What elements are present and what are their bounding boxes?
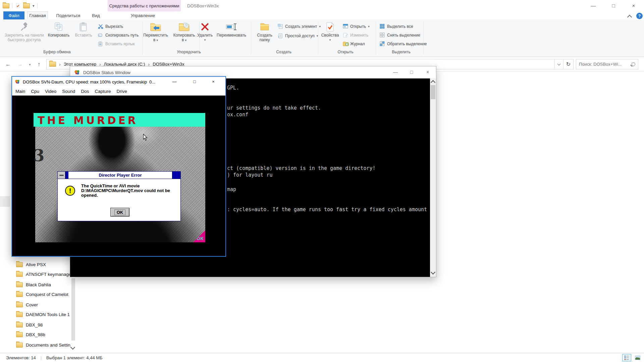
new-folder-icon — [260, 21, 270, 33]
recent-locations-arrow[interactable]: ▾ — [27, 60, 33, 69]
select-none-button[interactable]: Снять выделение — [380, 31, 420, 40]
move-to-button[interactable]: Переместить в ▾ — [141, 21, 170, 43]
context-tab-application-tools[interactable]: Средства работы с приложениями — [108, 0, 181, 11]
sidebar-scroll-down-chevron[interactable] — [71, 344, 74, 350]
up-button[interactable]: ↑ — [34, 60, 44, 69]
dosbox-game-window[interactable]: DOSBox SVN-Daum, CPU speed: max 100% cyc… — [11, 76, 226, 257]
details-view-button[interactable] — [622, 354, 631, 361]
edit-icon — [343, 33, 348, 38]
menu-main[interactable]: Main — [15, 89, 25, 94]
menu-video[interactable]: Video — [45, 89, 56, 94]
close-button[interactable]: × — [420, 66, 435, 78]
group-label-new: Создать — [276, 50, 291, 54]
paste-button[interactable]: Вставить — [72, 21, 95, 38]
dialog-message: The QuickTime or AVI movieD:\MAGICMPC\Mu… — [81, 184, 170, 198]
ok-button[interactable]: OK — [110, 208, 129, 217]
folder-icon — [16, 322, 23, 327]
refresh-button[interactable]: ↻ — [564, 59, 574, 69]
cut-button[interactable]: Вырезать — [98, 22, 123, 31]
close-button[interactable]: × — [625, 0, 642, 11]
select-all-button[interactable]: Выделить все — [380, 22, 413, 31]
minimize-button[interactable]: — — [585, 0, 602, 11]
divider — [37, 3, 38, 8]
maximize-button[interactable]: □ — [605, 0, 622, 11]
dosbox-app-icon — [15, 79, 20, 84]
edit-button[interactable]: Изменить — [343, 31, 368, 40]
tab-manage[interactable]: Управление — [126, 11, 160, 19]
history-button[interactable]: Журнал — [343, 40, 365, 48]
mouse-cursor — [143, 134, 148, 141]
invert-selection-button[interactable]: Обратить выделение — [380, 40, 427, 48]
folder-icon[interactable] — [3, 3, 9, 8]
maximize-button[interactable]: □ — [187, 77, 202, 86]
address-dropdown-arrow[interactable] — [555, 59, 564, 69]
copy-path-icon: \... — [98, 33, 103, 38]
background-digit: 3 — [33, 146, 44, 165]
new-folder-button[interactable]: Создать папку — [253, 21, 276, 42]
director-player-error-dialog[interactable]: Director Player Error ! The QuickTime or… — [57, 171, 181, 221]
menu-drive[interactable]: Drive — [116, 89, 127, 94]
properties-icon[interactable] — [15, 3, 20, 8]
menu-cpu[interactable]: Cpu — [31, 89, 39, 94]
thumbnail-view-button[interactable] — [633, 354, 642, 361]
easy-access-icon — [278, 33, 283, 39]
copy-to-button[interactable]: Копировать в ▾ — [171, 21, 197, 43]
dialog-titlebar[interactable]: Director Player Error — [58, 172, 180, 179]
properties-button[interactable]: Свойства ▾ — [319, 21, 341, 42]
divider — [251, 21, 251, 54]
customize-qat-arrow[interactable]: ▾ — [33, 4, 35, 8]
sidebar-item-conquest-of-camelot[interactable]: Conquest of Camelot — [0, 290, 77, 299]
collapse-ribbon-chevron[interactable] — [628, 14, 633, 18]
close-button[interactable]: × — [206, 77, 221, 86]
sidebar-item-daemon-tools[interactable]: DAEMON Tools Lite 1 — [0, 310, 77, 319]
sidebar-scrollbar[interactable] — [71, 278, 75, 341]
svg-text:\...: \... — [99, 34, 101, 37]
group-label-clipboard: Буфер обмена — [43, 50, 71, 54]
select-none-icon — [380, 33, 385, 38]
tab-view[interactable]: Вид — [89, 11, 103, 19]
sidebar-item-dbx-98[interactable]: DBX_98 — [0, 320, 77, 330]
sidebar-item-documents-and-settings[interactable]: Documents and Settin — [0, 340, 77, 350]
sidebar-item-dbx-98b[interactable]: DBX_98b — [0, 330, 77, 340]
menu-dos[interactable]: Dos — [81, 89, 89, 94]
control-menu-box[interactable] — [58, 172, 65, 179]
minimize-button[interactable]: — — [167, 77, 182, 86]
menu-capture[interactable]: Capture — [95, 89, 111, 94]
easy-access-button[interactable]: Простой доступ▾ — [278, 32, 318, 40]
forward-button[interactable]: → — [15, 60, 25, 69]
back-button[interactable]: ← — [3, 60, 13, 69]
sidebar-item-alive-psx[interactable]: Alive PSX — [0, 260, 77, 269]
console-line: map — [227, 186, 236, 192]
sidebar-item-atnsoft[interactable]: ATNSOFT keymanage — [0, 269, 77, 279]
sidebar-item-cover[interactable]: Cover — [0, 300, 77, 310]
copy-path-button[interactable]: \... Скопировать путь — [98, 31, 139, 40]
menu-sound[interactable]: Sound — [62, 89, 75, 94]
tab-share[interactable]: Поделиться — [53, 11, 84, 19]
folder-icon[interactable] — [23, 3, 30, 8]
move-to-icon — [150, 21, 161, 33]
divider — [318, 21, 318, 54]
open-button[interactable]: Открыть▾ — [343, 22, 370, 31]
status-window-title: DOSBox Status Window — [83, 70, 130, 75]
console-line: ur settings do not take effect. — [227, 105, 321, 111]
search-icon[interactable] — [632, 62, 635, 66]
folder-icon — [16, 262, 23, 267]
sidebar-item-black-dahlia[interactable]: Black Dahlia — [0, 280, 77, 290]
rename-button[interactable]: Переименовать — [215, 21, 248, 38]
pin-to-quick-access-button[interactable]: Закрепить на панели быстрого доступа — [4, 21, 44, 42]
game-ok-triangle[interactable]: OK — [193, 230, 205, 242]
help-icon[interactable]: ? — [636, 13, 643, 19]
scrollbar-thumb[interactable] — [431, 85, 435, 99]
history-icon — [343, 41, 348, 47]
copy-button[interactable]: Копировать — [46, 21, 71, 38]
folder-icon — [16, 282, 23, 287]
maximize-button[interactable]: □ — [404, 66, 419, 78]
minimize-button[interactable]: — — [388, 66, 403, 78]
paste-shortcut-button[interactable]: Вставить ярлык — [98, 40, 135, 48]
tab-home[interactable]: Главная — [27, 11, 48, 19]
search-input[interactable]: Поиск: DOSBox+Wi... — [576, 59, 638, 69]
delete-button[interactable]: Удалить ▾ — [195, 21, 215, 42]
tab-file[interactable]: Файл — [3, 11, 24, 19]
new-item-button[interactable]: Создать элемент▾ — [278, 22, 321, 31]
console-scrollbar[interactable] — [430, 78, 436, 277]
